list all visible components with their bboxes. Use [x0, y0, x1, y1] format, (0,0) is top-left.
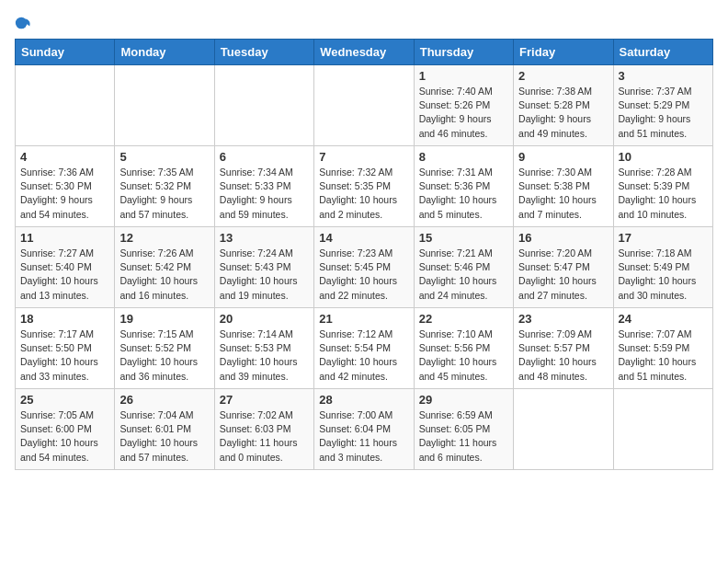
- calendar-cell: [16, 65, 115, 146]
- calendar-cell: 29Sunrise: 6:59 AMSunset: 6:05 PMDayligh…: [414, 389, 513, 470]
- calendar-cell: 3Sunrise: 7:37 AMSunset: 5:29 PMDaylight…: [613, 65, 712, 146]
- day-info: Sunrise: 7:37 AMSunset: 5:29 PMDaylight:…: [619, 85, 708, 141]
- day-number: 4: [20, 150, 109, 164]
- day-number: 27: [220, 393, 309, 407]
- day-info: Sunrise: 7:23 AMSunset: 5:45 PMDaylight:…: [319, 247, 408, 303]
- day-number: 17: [619, 231, 708, 245]
- calendar-cell: 11Sunrise: 7:27 AMSunset: 5:40 PMDayligh…: [16, 227, 115, 308]
- day-info: Sunrise: 7:14 AMSunset: 5:53 PMDaylight:…: [220, 327, 309, 384]
- calendar-cell: 14Sunrise: 7:23 AMSunset: 5:45 PMDayligh…: [314, 227, 414, 308]
- calendar-header: SundayMondayTuesdayWednesdayThursdayFrid…: [16, 40, 713, 65]
- day-info: Sunrise: 7:18 AMSunset: 5:49 PMDaylight:…: [619, 247, 708, 303]
- day-info: Sunrise: 7:27 AMSunset: 5:40 PMDaylight:…: [20, 247, 109, 303]
- calendar-cell: 26Sunrise: 7:04 AMSunset: 6:01 PMDayligh…: [115, 389, 214, 470]
- day-number: 1: [419, 69, 508, 83]
- day-number: 5: [119, 150, 209, 164]
- calendar-cell: 8Sunrise: 7:31 AMSunset: 5:36 PMDaylight…: [414, 146, 513, 227]
- calendar-cell: 18Sunrise: 7:17 AMSunset: 5:50 PMDayligh…: [16, 308, 115, 389]
- day-number: 29: [419, 393, 508, 407]
- logo-icon: [15, 15, 31, 31]
- day-info: Sunrise: 7:28 AMSunset: 5:39 PMDaylight:…: [619, 166, 708, 222]
- day-info: Sunrise: 7:10 AMSunset: 5:56 PMDaylight:…: [419, 327, 508, 384]
- calendar-cell: 12Sunrise: 7:26 AMSunset: 5:42 PMDayligh…: [115, 227, 214, 308]
- calendar-cell: 1Sunrise: 7:40 AMSunset: 5:26 PMDaylight…: [414, 65, 513, 146]
- day-info: Sunrise: 7:02 AMSunset: 6:03 PMDaylight:…: [220, 408, 309, 465]
- day-info: Sunrise: 7:09 AMSunset: 5:57 PMDaylight:…: [518, 327, 608, 384]
- day-number: 16: [518, 231, 608, 245]
- calendar-cell: [314, 65, 414, 146]
- calendar-cell: [514, 389, 613, 470]
- calendar-cell: 27Sunrise: 7:02 AMSunset: 6:03 PMDayligh…: [214, 389, 313, 470]
- day-number: 22: [419, 312, 508, 326]
- day-number: 20: [220, 312, 309, 326]
- day-number: 6: [220, 150, 309, 164]
- calendar-cell: 24Sunrise: 7:07 AMSunset: 5:59 PMDayligh…: [613, 308, 712, 389]
- calendar-cell: 28Sunrise: 7:00 AMSunset: 6:04 PMDayligh…: [314, 389, 414, 470]
- day-number: 14: [319, 231, 408, 245]
- week-row-2: 11Sunrise: 7:27 AMSunset: 5:40 PMDayligh…: [16, 227, 713, 308]
- calendar-table: SundayMondayTuesdayWednesdayThursdayFrid…: [15, 39, 713, 470]
- calendar-cell: [613, 389, 712, 470]
- day-info: Sunrise: 7:20 AMSunset: 5:47 PMDaylight:…: [518, 247, 608, 303]
- calendar-cell: 15Sunrise: 7:21 AMSunset: 5:46 PMDayligh…: [414, 227, 513, 308]
- day-info: Sunrise: 7:12 AMSunset: 5:54 PMDaylight:…: [319, 327, 408, 384]
- calendar-cell: 16Sunrise: 7:20 AMSunset: 5:47 PMDayligh…: [514, 227, 613, 308]
- header: [15, 15, 713, 31]
- logo: [15, 15, 35, 31]
- day-number: 23: [518, 312, 608, 326]
- calendar-cell: 10Sunrise: 7:28 AMSunset: 5:39 PMDayligh…: [613, 146, 712, 227]
- day-number: 26: [119, 393, 209, 407]
- day-header-friday: Friday: [514, 40, 613, 65]
- calendar-cell: 21Sunrise: 7:12 AMSunset: 5:54 PMDayligh…: [314, 308, 414, 389]
- day-header-tuesday: Tuesday: [214, 40, 313, 65]
- day-info: Sunrise: 7:32 AMSunset: 5:35 PMDaylight:…: [319, 166, 408, 222]
- day-number: 15: [419, 231, 508, 245]
- calendar-cell: 22Sunrise: 7:10 AMSunset: 5:56 PMDayligh…: [414, 308, 513, 389]
- day-header-thursday: Thursday: [414, 40, 513, 65]
- calendar-cell: 23Sunrise: 7:09 AMSunset: 5:57 PMDayligh…: [514, 308, 613, 389]
- day-number: 19: [119, 312, 209, 326]
- day-info: Sunrise: 7:05 AMSunset: 6:00 PMDaylight:…: [20, 408, 109, 465]
- calendar-cell: 6Sunrise: 7:34 AMSunset: 5:33 PMDaylight…: [214, 146, 313, 227]
- day-number: 28: [319, 393, 408, 407]
- week-row-4: 25Sunrise: 7:05 AMSunset: 6:00 PMDayligh…: [16, 389, 713, 470]
- calendar-cell: [214, 65, 313, 146]
- day-info: Sunrise: 7:15 AMSunset: 5:52 PMDaylight:…: [119, 327, 209, 384]
- day-info: Sunrise: 7:38 AMSunset: 5:28 PMDaylight:…: [518, 85, 608, 141]
- calendar-cell: 19Sunrise: 7:15 AMSunset: 5:52 PMDayligh…: [115, 308, 214, 389]
- day-number: 25: [20, 393, 109, 407]
- day-info: Sunrise: 7:04 AMSunset: 6:01 PMDaylight:…: [119, 408, 209, 465]
- day-info: Sunrise: 7:31 AMSunset: 5:36 PMDaylight:…: [419, 166, 508, 222]
- header-row: SundayMondayTuesdayWednesdayThursdayFrid…: [16, 40, 713, 65]
- day-info: Sunrise: 7:40 AMSunset: 5:26 PMDaylight:…: [419, 85, 508, 141]
- calendar-cell: 7Sunrise: 7:32 AMSunset: 5:35 PMDaylight…: [314, 146, 414, 227]
- calendar-cell: 5Sunrise: 7:35 AMSunset: 5:32 PMDaylight…: [115, 146, 214, 227]
- day-info: Sunrise: 7:24 AMSunset: 5:43 PMDaylight:…: [220, 247, 309, 303]
- day-header-wednesday: Wednesday: [314, 40, 414, 65]
- day-info: Sunrise: 7:30 AMSunset: 5:38 PMDaylight:…: [518, 166, 608, 222]
- day-info: Sunrise: 7:21 AMSunset: 5:46 PMDaylight:…: [419, 247, 508, 303]
- day-number: 9: [518, 150, 608, 164]
- day-number: 12: [119, 231, 209, 245]
- day-header-saturday: Saturday: [613, 40, 712, 65]
- day-info: Sunrise: 7:17 AMSunset: 5:50 PMDaylight:…: [20, 327, 109, 384]
- day-number: 2: [518, 69, 608, 83]
- day-number: 7: [319, 150, 408, 164]
- day-info: Sunrise: 6:59 AMSunset: 6:05 PMDaylight:…: [419, 408, 508, 465]
- calendar-cell: 2Sunrise: 7:38 AMSunset: 5:28 PMDaylight…: [514, 65, 613, 146]
- day-info: Sunrise: 7:00 AMSunset: 6:04 PMDaylight:…: [319, 408, 408, 465]
- day-number: 24: [619, 312, 708, 326]
- day-number: 18: [20, 312, 109, 326]
- day-number: 21: [319, 312, 408, 326]
- calendar-cell: 4Sunrise: 7:36 AMSunset: 5:30 PMDaylight…: [16, 146, 115, 227]
- week-row-1: 4Sunrise: 7:36 AMSunset: 5:30 PMDaylight…: [16, 146, 713, 227]
- calendar-cell: 17Sunrise: 7:18 AMSunset: 5:49 PMDayligh…: [613, 227, 712, 308]
- day-info: Sunrise: 7:35 AMSunset: 5:32 PMDaylight:…: [119, 166, 209, 222]
- day-number: 8: [419, 150, 508, 164]
- week-row-0: 1Sunrise: 7:40 AMSunset: 5:26 PMDaylight…: [16, 65, 713, 146]
- day-info: Sunrise: 7:07 AMSunset: 5:59 PMDaylight:…: [619, 327, 708, 384]
- day-number: 11: [20, 231, 109, 245]
- calendar-cell: 20Sunrise: 7:14 AMSunset: 5:53 PMDayligh…: [214, 308, 313, 389]
- calendar-body: 1Sunrise: 7:40 AMSunset: 5:26 PMDaylight…: [16, 65, 713, 470]
- day-number: 10: [619, 150, 708, 164]
